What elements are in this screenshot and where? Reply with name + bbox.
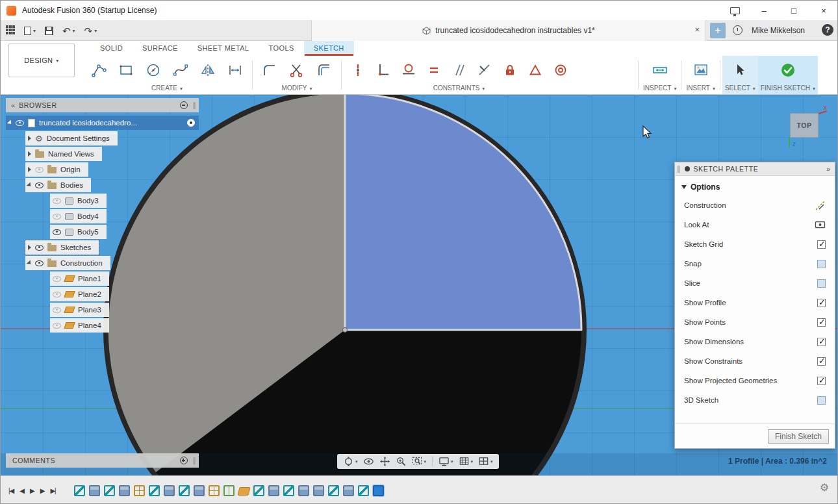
file-menu-button[interactable]: ▾ xyxy=(24,27,36,35)
comments-drag-handle[interactable]: ∥ xyxy=(193,457,197,465)
timeline-feature-12-plane[interactable] xyxy=(237,487,250,496)
chevron-down-icon[interactable]: ▾ xyxy=(451,459,453,464)
grid-snaps-button[interactable]: ▾ xyxy=(457,455,476,468)
close-tab-icon[interactable]: × xyxy=(694,25,700,34)
browser-row-sketches[interactable]: Sketches xyxy=(25,240,99,255)
mirror-tool-button[interactable] xyxy=(196,57,220,83)
circle-tool-button[interactable] xyxy=(141,57,166,83)
fix-constraint-button[interactable] xyxy=(498,57,521,83)
timeline-feature-14-extrude[interactable] xyxy=(268,485,279,496)
chevron-down-icon[interactable]: ▾ xyxy=(490,459,493,464)
skip-to-end-button[interactable]: ▶| xyxy=(50,487,55,494)
screen-share-icon[interactable] xyxy=(730,7,740,14)
timeline-feature-17-extrude[interactable] xyxy=(313,485,324,496)
timeline-feature-6-sketch[interactable] xyxy=(149,485,160,496)
orbit-button[interactable]: ▾ xyxy=(341,455,360,468)
skip-to-start-button[interactable]: |◀ xyxy=(8,487,14,494)
browser-row-plane4[interactable]: Plane4 xyxy=(50,318,109,333)
timeline-feature-1-sketch[interactable] xyxy=(74,485,85,496)
fit-button[interactable]: ▾ xyxy=(410,455,429,468)
timeline-feature-20-sketch[interactable] xyxy=(358,485,369,496)
insert-image-button[interactable] xyxy=(689,57,713,83)
finish-sketch-palette-button[interactable]: Finish Sketch xyxy=(768,429,829,444)
timeline-feature-5-move[interactable] xyxy=(134,485,145,496)
select-group-label[interactable]: SELECT xyxy=(725,83,755,94)
visibility-icon[interactable] xyxy=(53,198,61,204)
visibility-icon[interactable] xyxy=(53,323,61,329)
viewcube[interactable]: x TOP z xyxy=(784,107,827,149)
look-at-button-icon[interactable] xyxy=(815,220,826,230)
look-at-button[interactable] xyxy=(361,455,376,468)
timeline-feature-16-extrude[interactable] xyxy=(298,485,309,496)
constraints-group-label[interactable]: CONSTRAINTS xyxy=(346,83,572,94)
midpoint-constraint-button[interactable] xyxy=(524,57,546,83)
browser-row-body5[interactable]: Body5 xyxy=(50,225,107,239)
insert-group-label[interactable]: INSERT xyxy=(686,83,715,94)
tab-surface[interactable]: SURFACE xyxy=(133,41,188,56)
show-profile-checkbox[interactable] xyxy=(817,299,826,307)
display-settings-button[interactable]: ▾ xyxy=(437,455,455,468)
inspect-group-label[interactable]: INSPECT xyxy=(643,83,676,94)
spline-tool-button[interactable] xyxy=(168,57,193,83)
palette-expand-icon[interactable]: » xyxy=(826,165,830,173)
play-button[interactable]: ▶ xyxy=(30,487,34,494)
finish-sketch-button[interactable] xyxy=(776,57,800,83)
timeline-feature-2-extrude[interactable] xyxy=(89,485,100,496)
visibility-icon[interactable] xyxy=(53,214,61,220)
browser-row-plane2[interactable]: Plane2 xyxy=(50,287,109,301)
timeline-feature-19-extrude[interactable] xyxy=(343,485,354,496)
sketch-dimension-tool-button[interactable] xyxy=(223,57,248,83)
offset-tool-button[interactable] xyxy=(312,57,336,83)
visibility-icon[interactable] xyxy=(35,183,44,188)
close-button[interactable]: × xyxy=(809,1,838,20)
snap-checkbox[interactable] xyxy=(817,260,826,268)
fillet-tool-button[interactable] xyxy=(257,57,282,83)
timeline-settings-gear-icon[interactable] xyxy=(820,483,829,493)
timeline-feature-15-sketch[interactable] xyxy=(283,485,294,496)
expand-arrow-icon[interactable] xyxy=(27,182,32,188)
tab-tools[interactable]: TOOLS xyxy=(259,41,304,56)
coincident-constraint-button[interactable] xyxy=(346,57,369,83)
collapse-browser-icon[interactable]: « xyxy=(11,101,15,109)
timeline-feature-8-sketch[interactable] xyxy=(179,485,190,496)
visibility-icon[interactable] xyxy=(53,292,61,297)
selected-sketch-profile[interactable] xyxy=(345,95,581,330)
tab-sketch[interactable]: SKETCH xyxy=(304,41,354,56)
browser-row-document-settings[interactable]: Document Settings xyxy=(25,131,118,145)
save-button[interactable] xyxy=(45,27,53,35)
step-back-button[interactable]: ◀ xyxy=(19,487,24,494)
construction-toggle-icon[interactable] xyxy=(815,200,826,211)
browser-row-body3[interactable]: Body3 xyxy=(50,194,107,208)
browser-row-root-component[interactable]: truncated icosidodecahedro... xyxy=(6,116,199,130)
timeline-feature-3-sketch[interactable] xyxy=(104,485,115,496)
slice-checkbox[interactable] xyxy=(817,279,826,288)
browser-row-named-views[interactable]: Named Views xyxy=(25,147,102,161)
modify-group-label[interactable]: MODIFY xyxy=(257,83,336,94)
expand-arrow-icon[interactable] xyxy=(27,260,32,266)
show-projected-geometries-checkbox[interactable] xyxy=(817,377,826,385)
timeline-feature-9-extrude[interactable] xyxy=(194,485,205,496)
chevron-down-icon[interactable]: ▾ xyxy=(355,459,358,464)
chevron-down-icon[interactable]: ▾ xyxy=(471,459,474,464)
expand-arrow-icon[interactable] xyxy=(7,120,13,125)
document-tab[interactable]: truncated icosidodecahedron instructable… xyxy=(311,20,706,41)
workspace-selector[interactable]: DESIGN ▾ xyxy=(8,44,75,77)
collinear-constraint-button[interactable] xyxy=(473,57,496,83)
visibility-icon[interactable] xyxy=(53,276,61,282)
browser-row-plane1[interactable]: Plane1 xyxy=(50,271,109,286)
timeline-feature-13-sketch[interactable] xyxy=(253,485,264,496)
visibility-icon[interactable] xyxy=(35,260,44,266)
show-dimensions-checkbox[interactable] xyxy=(817,338,826,346)
concentric-constraint-button[interactable] xyxy=(549,57,572,83)
show-constraints-checkbox[interactable] xyxy=(817,357,826,366)
chevron-down-icon[interactable]: ▾ xyxy=(424,459,427,464)
comments-bar[interactable]: COMMENTS ∥ xyxy=(6,453,199,468)
visibility-icon[interactable] xyxy=(53,307,61,313)
timeline-feature-7-extrude[interactable] xyxy=(164,485,175,496)
job-status-clock-icon[interactable] xyxy=(733,25,743,35)
browser-header[interactable]: « BROWSER ∥ xyxy=(6,98,199,112)
select-tool-button[interactable] xyxy=(728,57,752,83)
undo-button[interactable]: ↶▾ xyxy=(62,26,75,36)
rectangle-tool-button[interactable] xyxy=(114,57,138,83)
trim-tool-button[interactable] xyxy=(285,57,309,83)
